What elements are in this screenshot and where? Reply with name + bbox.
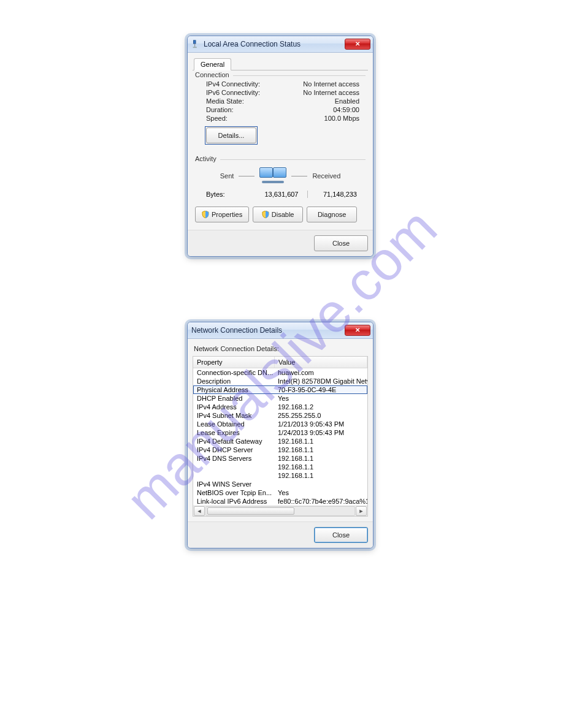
col-property[interactable]: Property bbox=[193, 357, 275, 368]
value-cell: 1/24/2013 9:05:43 PM bbox=[274, 428, 367, 437]
sent-label: Sent bbox=[220, 172, 234, 180]
ipv4-value: No Internet access bbox=[303, 80, 359, 88]
properties-button-label: Properties bbox=[212, 211, 242, 218]
titlebar[interactable]: Network Connection Details ✕ bbox=[188, 322, 373, 339]
table-row[interactable]: IPv4 WINS Server bbox=[193, 480, 367, 488]
table-row[interactable]: Connection-specific DN...huawei.com bbox=[193, 368, 367, 377]
value-cell: 192.168.1.2 bbox=[274, 403, 367, 411]
value-cell: 255.255.255.0 bbox=[274, 411, 367, 420]
table-row[interactable]: 192.168.1.1 bbox=[193, 463, 367, 471]
value-cell: 1/21/2013 9:05:43 PM bbox=[274, 420, 367, 428]
table-row[interactable]: Lease Obtained1/21/2013 9:05:43 PM bbox=[193, 420, 367, 428]
details-grid: Property Value Connection-specific DN...… bbox=[193, 356, 368, 517]
close-button[interactable]: ✕ bbox=[345, 325, 370, 336]
titlebar[interactable]: Local Area Connection Status ✕ bbox=[188, 36, 373, 53]
ipv6-label: IPv6 Connectivity: bbox=[206, 89, 260, 96]
property-cell: Lease Obtained bbox=[193, 420, 274, 428]
group-activity-legend: Activity bbox=[195, 155, 220, 162]
property-cell: DHCP Enabled bbox=[193, 394, 274, 403]
table-row[interactable]: IPv4 Subnet Mask255.255.255.0 bbox=[193, 411, 367, 420]
close-icon: ✕ bbox=[355, 327, 360, 333]
property-cell bbox=[193, 471, 274, 480]
property-cell: IPv4 Default Gateway bbox=[193, 437, 274, 446]
table-row[interactable]: 192.168.1.1 bbox=[193, 471, 367, 480]
property-cell: Description bbox=[193, 377, 274, 385]
value-cell: Yes bbox=[274, 394, 367, 403]
connection-status-dialog: Local Area Connection Status ✕ General C… bbox=[187, 36, 373, 257]
grid-header: Property Value bbox=[193, 357, 367, 368]
table-row[interactable]: IPv4 Default Gateway192.168.1.1 bbox=[193, 437, 367, 446]
svg-rect-0 bbox=[194, 40, 196, 44]
properties-button[interactable]: Properties bbox=[195, 207, 249, 222]
window-title: Network Connection Details bbox=[191, 326, 345, 335]
value-cell: 192.168.1.1 bbox=[274, 437, 367, 446]
disable-button[interactable]: Disable bbox=[253, 207, 303, 222]
property-cell: IPv4 Subnet Mask bbox=[193, 411, 274, 420]
group-connection-legend: Connection bbox=[195, 71, 233, 78]
table-row[interactable]: Physical Address70-F3-95-0C-49-4E bbox=[193, 385, 367, 394]
property-cell: Physical Address bbox=[193, 385, 274, 394]
bytes-received-value: 71,148,233 bbox=[308, 191, 360, 198]
table-row[interactable]: IPv4 DHCP Server192.168.1.1 bbox=[193, 446, 367, 454]
network-adapter-icon bbox=[191, 40, 200, 48]
table-row[interactable]: NetBIOS over Tcpip En...Yes bbox=[193, 488, 367, 497]
scroll-right-icon[interactable]: ► bbox=[356, 506, 367, 516]
details-label: Network Connection Details: bbox=[194, 345, 367, 352]
table-row[interactable]: Lease Expires1/24/2013 9:05:43 PM bbox=[193, 428, 367, 437]
scroll-left-icon[interactable]: ◄ bbox=[194, 506, 205, 516]
value-cell: 70-F3-95-0C-49-4E bbox=[274, 385, 367, 394]
details-button-highlight: Details... bbox=[205, 126, 258, 145]
speed-value: 100.0 Mbps bbox=[324, 115, 359, 122]
value-cell: 192.168.1.1 bbox=[274, 446, 367, 454]
property-cell: IPv4 DHCP Server bbox=[193, 446, 274, 454]
media-label: Media State: bbox=[206, 97, 244, 105]
property-cell: IPv4 DNS Servers bbox=[193, 454, 274, 463]
value-cell: Yes bbox=[274, 488, 367, 497]
property-cell: IPv4 Address bbox=[193, 403, 274, 411]
received-label: Received bbox=[312, 172, 340, 180]
property-cell: NetBIOS over Tcpip En... bbox=[193, 488, 274, 497]
tab-general[interactable]: General bbox=[194, 58, 231, 70]
value-cell: 192.168.1.1 bbox=[274, 463, 367, 471]
table-row[interactable]: DHCP EnabledYes bbox=[193, 394, 367, 403]
tab-strip: General bbox=[193, 56, 368, 70]
table-row[interactable]: DescriptionIntel(R) 82578DM Gigabit Netw… bbox=[193, 377, 367, 385]
property-cell: Connection-specific DN... bbox=[193, 368, 274, 377]
dialog-footer: Close bbox=[188, 521, 373, 548]
value-cell bbox=[274, 480, 367, 488]
scroll-track[interactable] bbox=[205, 506, 355, 516]
group-activity: Activity Sent Received Bytes: 13,631,607… bbox=[195, 159, 366, 199]
close-dialog-button[interactable]: Close bbox=[314, 235, 368, 251]
dialog-footer: Close bbox=[188, 230, 373, 256]
svg-rect-1 bbox=[194, 44, 195, 47]
table-row[interactable]: IPv4 Address192.168.1.2 bbox=[193, 403, 367, 411]
close-dialog-button[interactable]: Close bbox=[314, 527, 368, 543]
ipv6-value: No Internet access bbox=[303, 89, 359, 96]
disable-button-label: Disable bbox=[272, 211, 294, 218]
close-button[interactable]: ✕ bbox=[345, 39, 370, 50]
duration-value: 04:59:00 bbox=[333, 106, 359, 113]
scroll-thumb[interactable] bbox=[207, 507, 294, 515]
property-cell bbox=[193, 463, 274, 471]
value-cell: 192.168.1.1 bbox=[274, 454, 367, 463]
connection-details-dialog: Network Connection Details ✕ Network Con… bbox=[187, 322, 373, 548]
table-row[interactable]: IPv4 DNS Servers192.168.1.1 bbox=[193, 454, 367, 463]
diagnose-button[interactable]: Diagnose bbox=[307, 207, 357, 222]
value-cell: Intel(R) 82578DM Gigabit Network Co bbox=[274, 377, 367, 385]
col-value[interactable]: Value bbox=[275, 357, 367, 368]
ipv4-label: IPv4 Connectivity: bbox=[206, 80, 260, 88]
divider-line bbox=[291, 176, 307, 176]
grid-body: Connection-specific DN...huawei.comDescr… bbox=[193, 368, 367, 506]
shield-icon bbox=[262, 211, 269, 218]
window-title: Local Area Connection Status bbox=[204, 40, 345, 48]
table-row[interactable]: Link-local IPv6 Addressfe80::6c70:7b4e:e… bbox=[193, 497, 367, 506]
details-button[interactable]: Details... bbox=[206, 127, 256, 143]
group-connection: Connection IPv4 Connectivity:No Internet… bbox=[195, 75, 366, 146]
value-cell: 192.168.1.1 bbox=[274, 471, 367, 480]
divider-line bbox=[239, 176, 255, 176]
property-cell: Lease Expires bbox=[193, 428, 274, 437]
activity-monitors-icon bbox=[259, 166, 286, 186]
value-cell: huawei.com bbox=[274, 368, 367, 377]
svg-rect-2 bbox=[193, 47, 197, 48]
horizontal-scrollbar[interactable]: ◄ ► bbox=[193, 506, 367, 516]
